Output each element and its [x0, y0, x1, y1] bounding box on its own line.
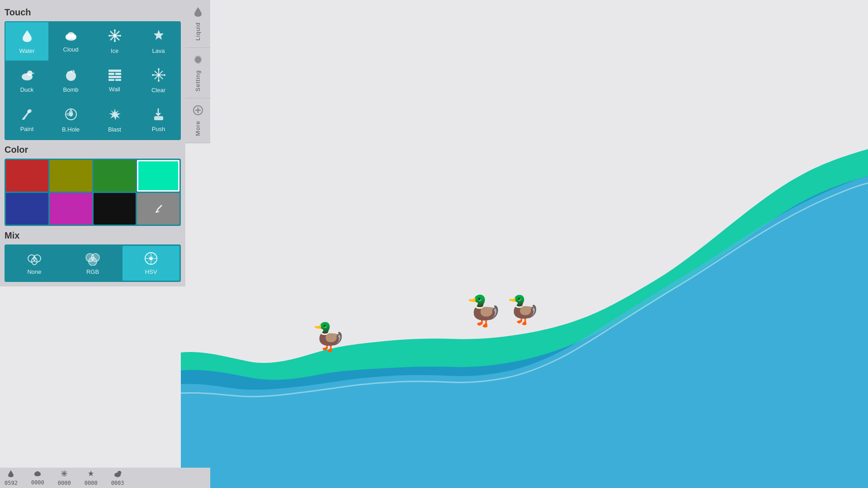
touch-cloud[interactable]: Cloud [49, 22, 92, 61]
left-panel: Touch Water Cloud [0, 0, 185, 286]
more-button[interactable]: More [185, 99, 210, 143]
touch-lava[interactable]: Lava [137, 22, 180, 61]
blast-icon [108, 108, 122, 124]
svg-point-44 [89, 258, 97, 266]
side-panel: Liquid Setting More [185, 0, 210, 143]
ice-icon [108, 29, 122, 46]
blast-label: Blast [108, 126, 121, 133]
status-cloud-icon [33, 470, 42, 479]
status-lava-icon [87, 470, 94, 479]
liquid-icon [193, 7, 203, 19]
touch-bomb[interactable]: Bomb [49, 61, 92, 100]
status-ice-icon [61, 470, 68, 479]
mix-rgb-label: RGB [86, 268, 99, 275]
bomb-icon [65, 69, 77, 84]
gear-icon [193, 55, 203, 67]
svg-point-31 [158, 68, 160, 70]
bhole-label: B.Hole [62, 126, 80, 133]
bhole-icon [64, 108, 78, 124]
status-cloud-value: 0000 [31, 479, 44, 486]
touch-grid: Water Cloud Ic [5, 21, 181, 140]
status-lava: 0000 [85, 470, 98, 486]
status-water-icon [7, 470, 14, 479]
color-eyedropper[interactable] [137, 193, 179, 225]
setting-button[interactable]: Setting [185, 48, 210, 99]
setting-label: Setting [194, 70, 201, 91]
mix-hsv[interactable]: HSV [123, 246, 179, 281]
status-cloud: 0000 [31, 470, 44, 486]
paint-label: Paint [20, 126, 34, 132]
color-magenta[interactable] [50, 193, 92, 225]
mix-title: Mix [5, 230, 181, 241]
touch-title: Touch [5, 7, 181, 18]
touch-clear[interactable]: Clear [137, 61, 180, 100]
touch-ice[interactable]: Ice [93, 22, 136, 61]
touch-paint[interactable]: Paint [5, 101, 48, 139]
svg-point-32 [158, 80, 160, 82]
touch-bhole[interactable]: B.Hole [49, 101, 92, 139]
color-blue[interactable] [6, 193, 48, 225]
paint-icon [21, 108, 33, 124]
svg-rect-26 [115, 79, 121, 81]
svg-rect-22 [108, 73, 114, 75]
bottom-bar: 0592 0000 0000 0000 [0, 468, 210, 488]
water-icon [20, 29, 34, 46]
svg-point-38 [156, 211, 157, 213]
touch-push[interactable]: Push [137, 101, 180, 139]
plus-icon [193, 105, 203, 118]
svg-rect-24 [108, 76, 121, 78]
svg-point-46 [149, 257, 153, 260]
duck-3: 🦆 [506, 294, 540, 326]
wall-icon [108, 69, 122, 84]
touch-duck[interactable]: Duck [5, 61, 48, 100]
svg-rect-25 [108, 79, 114, 81]
svg-point-11 [114, 40, 116, 42]
svg-point-9 [113, 34, 116, 37]
color-green[interactable] [94, 160, 136, 192]
lava-icon [152, 29, 165, 46]
duck-label: Duck [20, 86, 34, 93]
cloud-icon [64, 30, 78, 44]
mix-grid: None RGB HSV [5, 244, 181, 282]
svg-point-20 [67, 71, 69, 73]
svg-point-13 [119, 35, 121, 37]
color-section: Color [5, 145, 181, 226]
clear-label: Clear [151, 87, 165, 94]
color-grid [5, 159, 181, 226]
touch-water[interactable]: Water [5, 22, 48, 61]
status-water: 0592 [5, 470, 18, 486]
touch-wall[interactable]: Wall [93, 61, 136, 100]
mix-none[interactable]: None [6, 246, 63, 281]
water-label: Water [19, 47, 34, 54]
touch-blast[interactable]: Blast [93, 101, 136, 139]
svg-rect-21 [108, 70, 121, 72]
status-ice: 0000 [58, 470, 71, 486]
mix-hsv-label: HSV [145, 268, 157, 275]
color-olive[interactable] [50, 160, 92, 192]
color-cyan[interactable] [137, 160, 179, 192]
svg-point-12 [108, 35, 110, 37]
mix-none-label: None [27, 268, 41, 275]
bomb-label: Bomb [63, 86, 79, 93]
liquid-label: Liquid [194, 22, 201, 41]
clear-icon [152, 68, 165, 85]
ice-label: Ice [111, 47, 118, 54]
color-black[interactable] [94, 193, 136, 225]
color-title: Color [5, 145, 181, 155]
svg-rect-23 [115, 73, 121, 75]
svg-point-33 [152, 74, 154, 76]
svg-marker-37 [109, 108, 121, 120]
mix-rgb[interactable]: RGB [64, 246, 121, 281]
wall-label: Wall [109, 86, 120, 93]
push-icon [153, 108, 165, 124]
mix-section: Mix None RGB [5, 230, 181, 282]
svg-marker-59 [88, 470, 94, 476]
svg-point-34 [164, 74, 165, 76]
lava-label: Lava [152, 47, 165, 54]
liquid-button[interactable]: Liquid [185, 0, 210, 48]
status-lava-value: 0000 [85, 480, 98, 486]
svg-marker-14 [154, 30, 164, 40]
cloud-label: Cloud [63, 46, 79, 53]
svg-point-10 [114, 29, 116, 31]
color-red[interactable] [6, 160, 48, 192]
